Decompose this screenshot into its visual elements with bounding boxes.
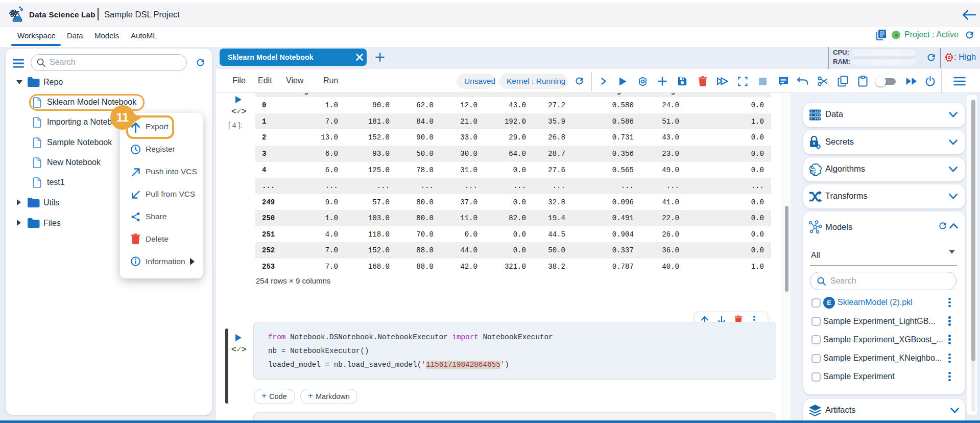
svg-text:11: 11: [116, 111, 129, 124]
